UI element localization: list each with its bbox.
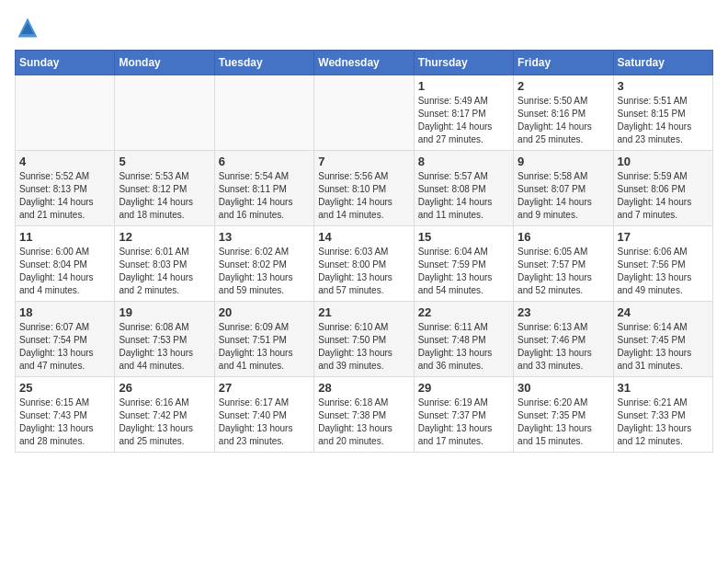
calendar-cell — [16, 75, 115, 151]
calendar-cell: 23Sunrise: 6:13 AM Sunset: 7:46 PM Dayli… — [514, 302, 613, 377]
calendar-cell: 16Sunrise: 6:05 AM Sunset: 7:57 PM Dayli… — [514, 226, 613, 302]
day-content: Sunrise: 6:20 AM Sunset: 7:35 PM Dayligh… — [518, 396, 609, 448]
calendar-cell: 15Sunrise: 6:04 AM Sunset: 7:59 PM Dayli… — [414, 226, 513, 302]
day-content: Sunrise: 6:18 AM Sunset: 7:38 PM Dayligh… — [318, 396, 409, 448]
day-number: 2 — [518, 79, 609, 93]
day-number: 9 — [518, 155, 609, 168]
day-number: 10 — [618, 155, 709, 168]
day-content: Sunrise: 6:03 AM Sunset: 8:00 PM Dayligh… — [318, 246, 409, 297]
day-content: Sunrise: 5:53 AM Sunset: 8:12 PM Dayligh… — [119, 170, 210, 222]
day-number: 30 — [518, 381, 609, 395]
day-content: Sunrise: 6:06 AM Sunset: 7:56 PM Dayligh… — [618, 246, 709, 297]
calendar-cell: 26Sunrise: 6:16 AM Sunset: 7:42 PM Dayli… — [115, 377, 214, 453]
day-content: Sunrise: 6:15 AM Sunset: 7:43 PM Dayligh… — [19, 396, 110, 448]
logo-icon — [15, 15, 40, 40]
day-content: Sunrise: 6:00 AM Sunset: 8:04 PM Dayligh… — [19, 246, 110, 297]
calendar-cell: 13Sunrise: 6:02 AM Sunset: 8:02 PM Dayli… — [214, 226, 313, 302]
header-cell-tuesday: Tuesday — [214, 51, 313, 75]
day-number: 16 — [518, 230, 609, 244]
calendar-cell: 24Sunrise: 6:14 AM Sunset: 7:45 PM Dayli… — [613, 302, 712, 377]
calendar-cell: 11Sunrise: 6:00 AM Sunset: 8:04 PM Dayli… — [16, 226, 115, 302]
calendar-cell: 7Sunrise: 5:56 AM Sunset: 8:10 PM Daylig… — [314, 151, 414, 226]
header-cell-saturday: Saturday — [613, 51, 712, 75]
calendar-cell: 10Sunrise: 5:59 AM Sunset: 8:06 PM Dayli… — [613, 151, 712, 226]
day-number: 18 — [19, 305, 110, 319]
day-content: Sunrise: 6:19 AM Sunset: 7:37 PM Dayligh… — [418, 396, 509, 448]
calendar-cell: 25Sunrise: 6:15 AM Sunset: 7:43 PM Dayli… — [16, 377, 115, 453]
calendar-cell: 9Sunrise: 5:58 AM Sunset: 8:07 PM Daylig… — [514, 151, 613, 226]
calendar-cell: 4Sunrise: 5:52 AM Sunset: 8:13 PM Daylig… — [16, 151, 115, 226]
week-row-2: 4Sunrise: 5:52 AM Sunset: 8:13 PM Daylig… — [16, 151, 713, 226]
day-number: 1 — [418, 79, 509, 93]
day-number: 31 — [618, 381, 709, 395]
calendar-cell: 27Sunrise: 6:17 AM Sunset: 7:40 PM Dayli… — [214, 377, 313, 453]
day-number: 23 — [518, 305, 609, 319]
day-content: Sunrise: 5:51 AM Sunset: 8:15 PM Dayligh… — [618, 95, 709, 146]
day-number: 3 — [618, 79, 709, 93]
day-number: 17 — [618, 230, 709, 244]
header-cell-sunday: Sunday — [16, 51, 115, 75]
calendar-cell: 12Sunrise: 6:01 AM Sunset: 8:03 PM Dayli… — [115, 226, 214, 302]
calendar-cell: 30Sunrise: 6:20 AM Sunset: 7:35 PM Dayli… — [514, 377, 613, 453]
day-number: 25 — [19, 381, 110, 395]
calendar-cell: 21Sunrise: 6:10 AM Sunset: 7:50 PM Dayli… — [314, 302, 414, 377]
calendar-cell: 28Sunrise: 6:18 AM Sunset: 7:38 PM Dayli… — [314, 377, 414, 453]
header-row: SundayMondayTuesdayWednesdayThursdayFrid… — [16, 51, 713, 75]
week-row-4: 18Sunrise: 6:07 AM Sunset: 7:54 PM Dayli… — [16, 302, 713, 377]
day-number: 29 — [418, 381, 509, 395]
day-content: Sunrise: 6:01 AM Sunset: 8:03 PM Dayligh… — [119, 246, 210, 297]
calendar-cell: 6Sunrise: 5:54 AM Sunset: 8:11 PM Daylig… — [214, 151, 313, 226]
day-content: Sunrise: 6:05 AM Sunset: 7:57 PM Dayligh… — [518, 246, 609, 297]
calendar-cell: 8Sunrise: 5:57 AM Sunset: 8:08 PM Daylig… — [414, 151, 513, 226]
calendar-cell: 2Sunrise: 5:50 AM Sunset: 8:16 PM Daylig… — [514, 75, 613, 151]
day-content: Sunrise: 5:52 AM Sunset: 8:13 PM Dayligh… — [19, 170, 110, 222]
day-content: Sunrise: 5:50 AM Sunset: 8:16 PM Dayligh… — [518, 95, 609, 146]
day-number: 5 — [119, 155, 210, 168]
day-number: 11 — [19, 230, 110, 244]
day-number: 7 — [318, 155, 409, 168]
day-number: 4 — [19, 155, 110, 168]
day-content: Sunrise: 5:56 AM Sunset: 8:10 PM Dayligh… — [318, 170, 409, 222]
calendar-cell — [314, 75, 414, 151]
day-number: 28 — [318, 381, 409, 395]
calendar-cell: 19Sunrise: 6:08 AM Sunset: 7:53 PM Dayli… — [115, 302, 214, 377]
calendar-cell: 29Sunrise: 6:19 AM Sunset: 7:37 PM Dayli… — [414, 377, 513, 453]
day-content: Sunrise: 5:54 AM Sunset: 8:11 PM Dayligh… — [219, 170, 310, 222]
day-content: Sunrise: 6:16 AM Sunset: 7:42 PM Dayligh… — [119, 396, 210, 448]
calendar-cell: 17Sunrise: 6:06 AM Sunset: 7:56 PM Dayli… — [613, 226, 712, 302]
day-content: Sunrise: 6:09 AM Sunset: 7:51 PM Dayligh… — [219, 321, 310, 373]
day-number: 12 — [119, 230, 210, 244]
calendar-cell — [115, 75, 214, 151]
day-content: Sunrise: 6:04 AM Sunset: 7:59 PM Dayligh… — [418, 246, 509, 297]
day-number: 8 — [418, 155, 509, 168]
day-number: 6 — [219, 155, 310, 168]
day-content: Sunrise: 5:49 AM Sunset: 8:17 PM Dayligh… — [418, 95, 509, 146]
day-number: 14 — [318, 230, 409, 244]
day-number: 27 — [219, 381, 310, 395]
calendar-cell: 20Sunrise: 6:09 AM Sunset: 7:51 PM Dayli… — [214, 302, 313, 377]
day-number: 13 — [219, 230, 310, 244]
calendar-cell: 1Sunrise: 5:49 AM Sunset: 8:17 PM Daylig… — [414, 75, 513, 151]
day-content: Sunrise: 6:21 AM Sunset: 7:33 PM Dayligh… — [618, 396, 709, 448]
calendar-cell: 22Sunrise: 6:11 AM Sunset: 7:48 PM Dayli… — [414, 302, 513, 377]
day-content: Sunrise: 5:57 AM Sunset: 8:08 PM Dayligh… — [418, 170, 509, 222]
week-row-5: 25Sunrise: 6:15 AM Sunset: 7:43 PM Dayli… — [16, 377, 713, 453]
day-content: Sunrise: 6:07 AM Sunset: 7:54 PM Dayligh… — [19, 321, 110, 373]
day-content: Sunrise: 5:58 AM Sunset: 8:07 PM Dayligh… — [518, 170, 609, 222]
day-content: Sunrise: 6:13 AM Sunset: 7:46 PM Dayligh… — [518, 321, 609, 373]
calendar-cell: 3Sunrise: 5:51 AM Sunset: 8:15 PM Daylig… — [613, 75, 712, 151]
calendar-cell: 5Sunrise: 5:53 AM Sunset: 8:12 PM Daylig… — [115, 151, 214, 226]
day-content: Sunrise: 6:02 AM Sunset: 8:02 PM Dayligh… — [219, 246, 310, 297]
logo — [15, 15, 44, 40]
header-cell-monday: Monday — [115, 51, 214, 75]
day-number: 24 — [618, 305, 709, 319]
day-content: Sunrise: 6:14 AM Sunset: 7:45 PM Dayligh… — [618, 321, 709, 373]
header-cell-thursday: Thursday — [414, 51, 513, 75]
day-number: 19 — [119, 305, 210, 319]
calendar-cell — [214, 75, 313, 151]
calendar-table: SundayMondayTuesdayWednesdayThursdayFrid… — [15, 50, 713, 453]
calendar-cell: 14Sunrise: 6:03 AM Sunset: 8:00 PM Dayli… — [314, 226, 414, 302]
day-content: Sunrise: 6:17 AM Sunset: 7:40 PM Dayligh… — [219, 396, 310, 448]
week-row-1: 1Sunrise: 5:49 AM Sunset: 8:17 PM Daylig… — [16, 75, 713, 151]
day-content: Sunrise: 5:59 AM Sunset: 8:06 PM Dayligh… — [618, 170, 709, 222]
